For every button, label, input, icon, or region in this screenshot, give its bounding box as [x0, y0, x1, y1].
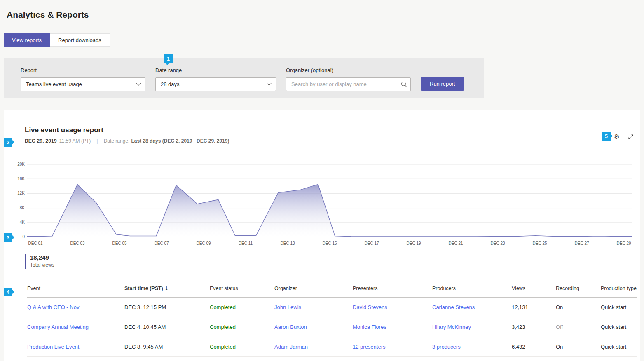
svg-text:16K: 16K — [17, 176, 25, 181]
col-header-producers: Producers — [432, 285, 512, 298]
annotation-badge-2: 2 — [4, 138, 12, 147]
producers-link[interactable]: 3 producers — [432, 344, 461, 350]
production-type-cell: Quick start — [601, 317, 637, 337]
col-header-event: Event — [27, 285, 124, 298]
expand-fullscreen-icon[interactable] — [627, 133, 635, 141]
svg-text:DEC 27: DEC 27 — [574, 241, 589, 246]
col-header-presenters: Presenters — [353, 285, 432, 298]
svg-text:DEC 23: DEC 23 — [490, 241, 505, 246]
svg-text:20K: 20K — [17, 162, 25, 166]
sort-desc-icon: ↓ — [164, 285, 169, 291]
organizer-field-label: Organizer (optional) — [286, 67, 411, 73]
report-date: DEC 29, 2019 — [25, 138, 57, 144]
producers-link[interactable]: Carianne Stevens — [432, 304, 475, 310]
start-time-cell: DEC 3, 12:15 PM — [124, 298, 210, 317]
report-select-value: Teams live event usage — [26, 81, 82, 87]
organizer-search-input[interactable] — [286, 77, 411, 91]
total-views-value: 18,249 — [30, 254, 54, 261]
svg-text:DEC 19: DEC 19 — [406, 241, 421, 246]
event-status-cell: Completed — [210, 298, 274, 317]
table-header-row: Event Start time (PST)↓ Event status Org… — [27, 285, 637, 298]
svg-text:DEC 01: DEC 01 — [28, 241, 42, 246]
svg-text:8K: 8K — [20, 206, 25, 210]
tab-report-downloads-label: Report downloads — [58, 37, 101, 43]
svg-text:DEC 25: DEC 25 — [532, 241, 547, 246]
production-type-cell: Quick start — [601, 298, 637, 317]
recording-cell: On — [556, 337, 601, 357]
date-range-select[interactable]: 28 days — [155, 77, 276, 91]
svg-text:12K: 12K — [17, 191, 25, 195]
live-event-usage-report-card: ⚙ Live event usage report DEC 29, 2019 1… — [4, 110, 640, 361]
date-range-label: Date range: — [104, 138, 130, 144]
meta-divider: | — [96, 138, 98, 144]
events-table: Event Start time (PST)↓ Event status Org… — [27, 285, 637, 357]
report-title: Live event usage report — [25, 125, 640, 135]
annotation-badge-5: 5 — [602, 132, 611, 141]
date-range-value: Last 28 days (DEC 2, 2019 - DEC 29, 2019… — [131, 138, 229, 144]
recording-cell: Off — [556, 317, 601, 337]
annotation-badge-1: 1 — [164, 54, 173, 63]
svg-text:DEC 17: DEC 17 — [364, 241, 379, 246]
svg-text:DEC 29: DEC 29 — [616, 241, 631, 246]
date-range-field: Date range 28 days — [155, 67, 276, 91]
event-status-cell: Completed — [210, 317, 274, 337]
tab-view-reports[interactable]: View reports — [4, 33, 50, 47]
tab-report-downloads[interactable]: Report downloads — [50, 33, 110, 47]
report-field-label: Report — [21, 67, 145, 73]
chart-legend: 18,249 Total views — [25, 254, 640, 269]
event-link[interactable]: Q & A with CEO - Nov — [27, 304, 79, 310]
event-link[interactable]: Company Annual Meeting — [27, 324, 89, 330]
report-select[interactable]: Teams live event usage — [21, 77, 145, 91]
start-time-cell: DEC 8, 9:45 AM — [124, 337, 210, 357]
start-time-cell: DEC 4, 10:45 AM — [124, 317, 210, 337]
col-header-event-status: Event status — [210, 285, 274, 298]
organizer-link[interactable]: John Lewis — [274, 304, 301, 310]
presenters-link[interactable]: Monica Flores — [353, 324, 386, 330]
legend-color-bar — [25, 254, 26, 269]
producers-link[interactable]: Hilary McKinney — [432, 324, 471, 330]
report-field: Report Teams live event usage — [21, 67, 145, 91]
presenters-link[interactable]: 12 presenters — [353, 344, 386, 350]
svg-text:DEC 07: DEC 07 — [154, 241, 169, 246]
recording-cell: On — [556, 298, 601, 317]
report-meta: DEC 29, 2019 11:59 AM (PT) | Date range:… — [25, 138, 640, 144]
svg-text:DEC 21: DEC 21 — [448, 241, 463, 246]
svg-text:DEC 11: DEC 11 — [239, 241, 253, 246]
run-report-button[interactable]: Run report — [421, 77, 464, 91]
views-cell: 12,131 — [512, 298, 556, 317]
tab-view-reports-label: View reports — [12, 37, 42, 43]
page-title: Analytics & Reports — [7, 10, 89, 20]
report-time: 11:59 AM (PT) — [59, 138, 91, 144]
presenters-link[interactable]: David Stevens — [353, 304, 387, 310]
usage-chart-svg: 04K8K12K16K20KDEC 01DEC 03DEC 05DEC 07DE… — [17, 162, 633, 249]
col-header-start-time[interactable]: Start time (PST)↓ — [124, 285, 210, 298]
date-range-select-value: 28 days — [161, 81, 180, 87]
date-range-field-label: Date range — [155, 67, 276, 73]
event-link[interactable]: Production Live Event — [27, 344, 79, 350]
organizer-link[interactable]: Adam Jarman — [274, 344, 308, 350]
organizer-link[interactable]: Aaron Buxton — [274, 324, 307, 330]
svg-text:DEC 13: DEC 13 — [280, 241, 295, 246]
production-type-cell: Quick start — [601, 337, 637, 357]
annotation-badge-4: 4 — [4, 288, 12, 296]
col-header-organizer: Organizer — [274, 285, 353, 298]
views-cell: 6,432 — [512, 337, 556, 357]
views-cell: 3,423 — [512, 317, 556, 337]
svg-text:DEC 05: DEC 05 — [112, 241, 126, 246]
chevron-down-icon — [136, 81, 141, 85]
col-header-production-type: Production type — [601, 285, 637, 298]
table-row: Q & A with CEO - Nov DEC 3, 12:15 PM Com… — [27, 298, 637, 317]
analytics-reports-page: Analytics & Reports View reports Report … — [0, 0, 644, 361]
col-header-views: Views — [512, 285, 556, 298]
svg-text:DEC 03: DEC 03 — [70, 241, 84, 246]
organizer-field: Organizer (optional) — [286, 67, 411, 91]
svg-text:0: 0 — [22, 234, 25, 239]
svg-text:DEC 09: DEC 09 — [196, 241, 211, 246]
chevron-down-icon — [267, 81, 271, 85]
usage-chart: 04K8K12K16K20KDEC 01DEC 03DEC 05DEC 07DE… — [17, 162, 640, 249]
table-row: Company Annual Meeting DEC 4, 10:45 AM C… — [27, 317, 637, 337]
svg-text:DEC 15: DEC 15 — [322, 241, 337, 246]
annotation-badge-3: 3 — [4, 233, 12, 242]
search-icon — [400, 81, 407, 89]
table-row: Production Live Event DEC 8, 9:45 AM Com… — [27, 337, 637, 357]
